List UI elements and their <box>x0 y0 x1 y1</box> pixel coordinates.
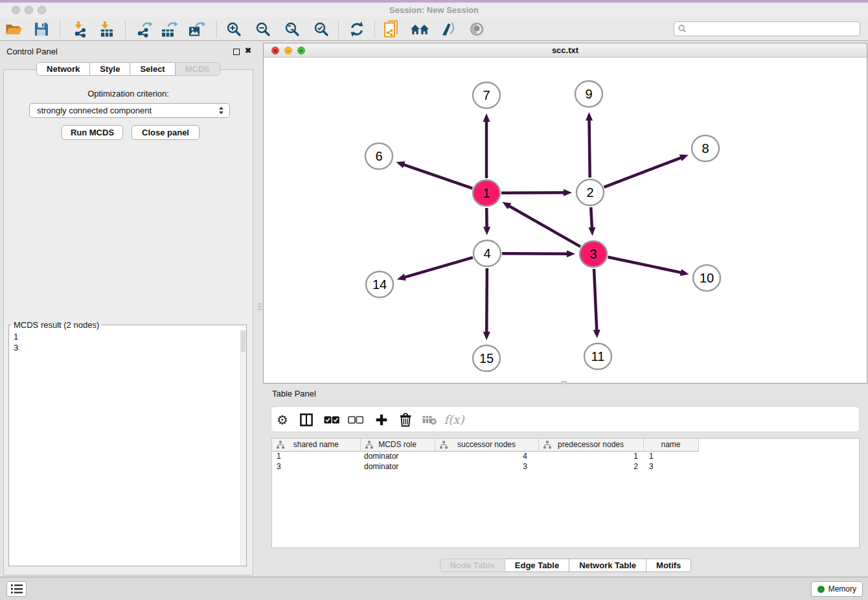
import-network-button[interactable] <box>72 21 89 38</box>
graph-edge-2-8[interactable] <box>604 157 683 187</box>
tab-edge-table[interactable]: Edge Table <box>505 559 569 572</box>
export-network-button[interactable] <box>135 21 153 38</box>
tab-style[interactable]: Style <box>90 62 130 76</box>
graph-edge-arrowhead <box>483 227 490 235</box>
graph-edge-3-11[interactable] <box>594 269 597 333</box>
svg-text:8: 8 <box>702 141 709 156</box>
graph-edge-3-10[interactable] <box>608 257 684 273</box>
graph-node-3[interactable]: 3 <box>580 241 607 267</box>
graph-edge-4-15[interactable] <box>486 268 487 335</box>
open-session-button[interactable] <box>5 21 23 37</box>
column-header-predecessor-nodes[interactable]: predecessor nodes <box>538 439 643 451</box>
delete-table-button[interactable] <box>422 415 437 425</box>
run-mcds-button[interactable]: Run MCDS <box>62 125 123 140</box>
tab-motifs[interactable]: Motifs <box>646 559 691 572</box>
graph-edge-arrowhead <box>593 330 600 338</box>
deselect-all-button[interactable] <box>348 416 363 424</box>
table-cell[interactable]: 1 <box>643 451 698 461</box>
column-header-successor-nodes[interactable]: successor nodes <box>435 439 538 451</box>
export-table-button[interactable] <box>160 21 178 38</box>
save-session-button[interactable] <box>34 21 49 37</box>
table-cell[interactable]: 1 <box>538 451 643 461</box>
network-window-titlebar[interactable]: ✕ − + scc.txt <box>264 43 867 58</box>
window-titlebar: Session: New Session <box>0 3 868 18</box>
table-row[interactable]: 1dominator411 <box>272 451 859 461</box>
table-cell[interactable]: dominator <box>360 461 435 472</box>
table-cell[interactable]: dominator <box>360 451 435 461</box>
result-scrollbar[interactable] <box>240 330 246 566</box>
column-header-shared-name[interactable]: shared name <box>272 439 360 451</box>
function-builder-button[interactable]: f(x) <box>444 414 464 426</box>
panel-splitter-handle[interactable] <box>257 302 262 314</box>
graph-node-1[interactable]: 1 <box>473 180 500 206</box>
graph-edge-1-2[interactable] <box>501 192 567 193</box>
network-graph-svg[interactable]: 7968124314101511 <box>264 58 867 383</box>
table-cell[interactable]: 2 <box>538 461 643 472</box>
tab-node-table[interactable]: Node Table <box>440 559 505 572</box>
mcds-result-text[interactable]: 1 3 <box>9 330 240 566</box>
tab-mcds[interactable]: MCDS <box>176 62 220 76</box>
graph-edge-3-1[interactable] <box>507 205 580 247</box>
export-image-button[interactable] <box>187 21 205 38</box>
svg-text:6: 6 <box>375 149 382 163</box>
table-panel: Table Panel ✖ ⚙ f(x) shared name MCDS ro… <box>263 385 868 575</box>
graph-node-4[interactable]: 4 <box>474 240 501 266</box>
export-network-icon <box>135 21 153 38</box>
table-settings-button[interactable]: ⚙ <box>277 413 288 426</box>
column-header-name[interactable]: name <box>643 439 698 451</box>
style-brush-button[interactable] <box>440 21 456 38</box>
toolbar-separator <box>374 21 375 38</box>
add-column-button[interactable] <box>375 413 389 427</box>
graph-edge-2-3[interactable] <box>591 207 592 231</box>
float-panel-icon[interactable] <box>233 49 240 55</box>
memory-button[interactable]: Memory <box>811 581 863 597</box>
zoom-out-button[interactable] <box>255 21 271 37</box>
zoom-fit-button[interactable] <box>284 21 300 37</box>
tab-network[interactable]: Network <box>36 62 90 76</box>
table-cell[interactable]: 1 <box>272 451 360 461</box>
tab-select[interactable]: Select <box>130 62 175 76</box>
horizontal-splitter-handle[interactable] <box>561 381 567 384</box>
table-cell[interactable] <box>698 451 859 461</box>
column-layout-button[interactable] <box>300 413 314 427</box>
delete-column-button[interactable] <box>399 413 412 427</box>
graph-edge-4-3[interactable] <box>502 253 570 254</box>
columns-icon <box>300 413 314 427</box>
criterion-dropdown[interactable]: strongly connected component <box>29 103 230 118</box>
eye-button[interactable] <box>469 21 485 37</box>
graph-node-8[interactable]: 8 <box>692 135 719 161</box>
graph-node-10[interactable]: 10 <box>693 265 720 291</box>
svg-text:2: 2 <box>586 185 593 200</box>
search-input[interactable] <box>689 24 856 34</box>
graph-node-7[interactable]: 7 <box>473 82 500 108</box>
graph-node-15[interactable]: 15 <box>473 345 500 371</box>
network-document-icon <box>383 20 400 38</box>
graph-node-14[interactable]: 14 <box>366 271 393 297</box>
graph-edge-1-6[interactable] <box>401 164 472 189</box>
table-cell[interactable]: 4 <box>435 451 538 461</box>
import-table-button[interactable] <box>98 21 115 38</box>
table-cell[interactable]: 3 <box>435 461 538 472</box>
table-row[interactable]: 3dominator323 <box>272 461 859 472</box>
table-cell[interactable]: 3 <box>643 461 698 472</box>
graph-node-2[interactable]: 2 <box>577 179 604 205</box>
graph-edge-4-14[interactable] <box>402 257 473 278</box>
close-panel-icon[interactable]: ✖ <box>245 46 251 55</box>
zoom-selected-button[interactable] <box>314 21 329 37</box>
task-history-button[interactable] <box>6 581 27 597</box>
network-document-button[interactable] <box>383 20 400 38</box>
table-cell[interactable] <box>698 461 859 472</box>
select-all-button[interactable] <box>324 416 339 424</box>
graph-node-11[interactable]: 11 <box>584 343 611 369</box>
zoom-in-button[interactable] <box>226 21 242 37</box>
column-header-mcds-role[interactable]: MCDS role <box>360 439 435 451</box>
graph-edge-2-9[interactable] <box>589 117 589 178</box>
close-panel-button[interactable]: Close panel <box>131 125 200 140</box>
refresh-button[interactable] <box>348 21 365 38</box>
node-table: shared name MCDS role successor nodes pr… <box>272 439 859 472</box>
table-cell[interactable]: 3 <box>272 461 360 472</box>
graph-node-6[interactable]: 6 <box>365 143 393 169</box>
home-button[interactable] <box>410 22 429 36</box>
graph-node-9[interactable]: 9 <box>575 81 602 107</box>
tab-network-table[interactable]: Network Table <box>569 559 646 572</box>
